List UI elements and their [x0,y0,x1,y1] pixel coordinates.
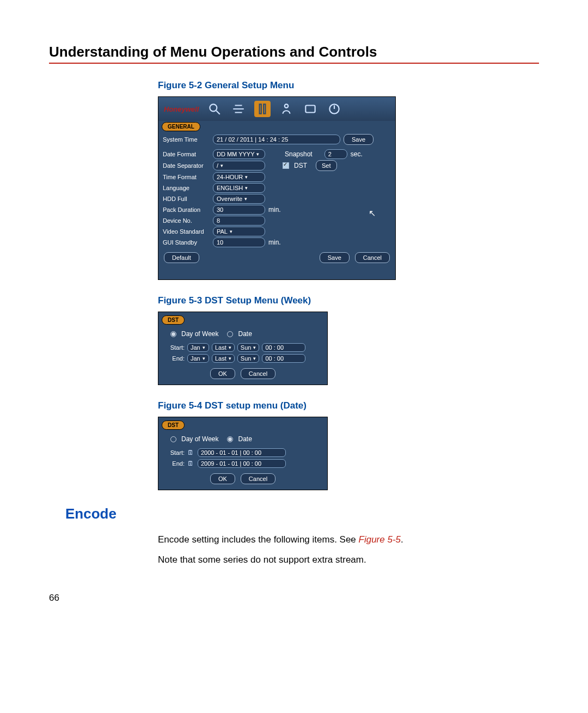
panel-topbar: Honeywell [158,97,395,121]
checkbox-dst[interactable] [283,162,289,169]
input-device-no[interactable]: 8 [213,216,265,226]
set-button[interactable]: Set [316,160,337,171]
select-language[interactable]: ENGLISH [213,183,265,193]
input-system-time[interactable]: 21 / 02 / 2011 | 14 : 24 : 25 [213,135,340,144]
label-dst: DST [294,162,307,169]
label-date: Date [238,330,252,338]
nav-icon-shutdown[interactable] [326,101,342,117]
select-end-week[interactable]: Last [212,354,235,363]
brand-logo: Honeywell [164,105,199,113]
figure-caption-5-3: Figure 5-3 DST Setup Menu (Week) [158,295,539,306]
label-video-standard: Video Standard [163,228,210,235]
encode-line-2: Note that some series do not support ext… [158,554,539,565]
select-end-month[interactable]: Jan [187,354,209,363]
nav-icon-settings[interactable] [254,101,271,117]
svg-point-0 [210,104,217,111]
svg-rect-5 [306,106,315,113]
label-hdd-full: HDD Full [163,196,210,202]
nav-icon-network[interactable] [230,101,247,117]
encode-line-1: Encode setting includes the following it… [158,534,539,545]
svg-line-1 [217,111,220,114]
encode-heading: Encode [65,505,539,522]
select-date-separator[interactable]: / [213,161,265,170]
section-rule [49,63,539,64]
label-sec: sec. [351,150,363,158]
calendar-icon-2[interactable]: 🗓 [187,460,194,467]
input-start-date[interactable]: 2000 - 01 - 01 | 00 : 00 [198,448,286,457]
label-min-2: min. [268,239,281,246]
encode-body: Encode setting includes the following it… [158,534,539,565]
select-start-week[interactable]: Last [212,343,235,352]
select-hdd-full[interactable]: Overwrite [213,194,265,204]
cancel-button-1[interactable]: Cancel [241,368,275,379]
select-start-day[interactable]: Sun [237,343,260,352]
nav-icon-info[interactable] [302,101,318,117]
input-start-time[interactable]: 00 : 00 [262,343,305,352]
label-date-2: Date [238,435,252,443]
radio-date[interactable] [227,331,233,337]
nav-icon-search[interactable] [206,101,223,117]
figure-caption-5-2: Figure 5-2 General Setup Menu [158,80,539,91]
input-snapshot[interactable]: 2 [324,149,347,159]
ok-button-2[interactable]: OK [210,473,235,484]
figure-ref-5-5: Figure 5-5 [359,534,401,545]
cancel-button-2[interactable]: Cancel [241,473,275,484]
cursor-icon: ↖ [369,208,376,218]
label-end: End: [166,355,185,362]
input-gui-standby[interactable]: 10 [213,237,265,247]
svg-rect-2 [260,104,261,113]
label-day-of-week: Day of Week [181,330,218,338]
encode-text-1c: . [401,534,403,545]
page-number: 66 [49,593,539,604]
label-snapshot: Snapshot [285,150,313,158]
dst-date-panel: DST Day of Week Date Start: 🗓 2000 - 01 … [158,417,328,490]
label-start-2: Start: [166,449,185,456]
label-system-time: System Time [163,136,210,143]
svg-point-4 [285,104,289,108]
select-end-day[interactable]: Sun [237,354,260,363]
default-button[interactable]: Default [164,252,199,263]
input-end-date[interactable]: 2009 - 01 - 01 | 00 : 00 [198,459,286,468]
select-time-format[interactable]: 24-HOUR [213,172,265,182]
select-date-format[interactable]: DD MM YYYY [213,149,265,159]
general-setup-panel: Honeywell GENERAL System Time 21 / 02 / … [158,96,396,280]
radio-day-of-week[interactable] [170,331,176,337]
save-button[interactable]: Save [320,252,350,263]
radio-date-2[interactable] [227,436,233,442]
label-date-separator: Date Separator [163,162,210,169]
label-start: Start: [166,344,185,351]
label-date-format: Date Format [163,151,210,157]
cancel-button[interactable]: Cancel [355,252,390,263]
tab-dst-1[interactable]: DST [162,315,185,325]
label-min-1: min. [268,206,281,214]
tab-dst-2[interactable]: DST [162,421,185,430]
radio-day-of-week-2[interactable] [170,436,176,442]
encode-text-1a: Encode setting includes the following it… [158,534,359,545]
label-time-format: Time Format [163,174,210,180]
figure-caption-5-4: Figure 5-4 DST setup menu (Date) [158,400,539,411]
label-language: Language [163,185,210,191]
label-gui-standby: GUI Standby [163,239,210,246]
input-pack-duration[interactable]: 30 [213,205,265,215]
select-video-standard[interactable]: PAL [213,227,265,236]
svg-rect-3 [264,104,265,113]
label-pack-duration: Pack Duration [163,206,210,213]
ok-button-1[interactable]: OK [210,368,235,379]
dst-week-panel: DST Day of Week Date Start: Jan Last Sun… [158,312,328,385]
calendar-icon[interactable]: 🗓 [187,449,194,456]
tab-general[interactable]: GENERAL [162,122,200,131]
section-title: Understanding of Menu Operations and Con… [49,44,539,60]
label-day-of-week-2: Day of Week [181,435,218,443]
nav-icon-advanced[interactable] [278,101,295,117]
label-end-2: End: [166,460,185,467]
save-time-button[interactable]: Save [344,134,373,145]
label-device-no: Device No. [163,217,210,224]
select-start-month[interactable]: Jan [187,343,209,352]
input-end-time[interactable]: 00 : 00 [262,354,305,363]
